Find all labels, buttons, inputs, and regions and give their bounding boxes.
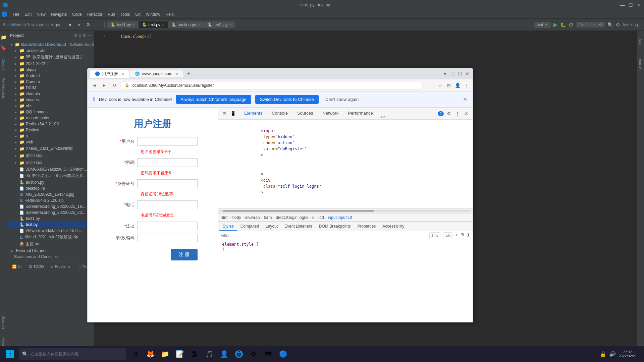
taskbar-search[interactable]: 🔍 bbox=[19, 348, 126, 360]
tree-item[interactable]: ►📁Review bbox=[7, 127, 94, 133]
breadcrumb-file[interactable]: text.py bbox=[48, 22, 60, 27]
dom-line[interactable]: ▼ <div class="zclf login logns" > bbox=[218, 165, 473, 202]
dom-line[interactable]: <input type="hidden" name="action" value… bbox=[218, 121, 473, 165]
tree-external-libraries[interactable]: ►External Libraries bbox=[7, 248, 94, 254]
maximize-button[interactable]: ☐ bbox=[628, 2, 633, 8]
tree-item[interactable]: ►📁QQ_Images bbox=[7, 109, 94, 115]
filter-input[interactable] bbox=[232, 233, 427, 238]
breadcrumb-divwrap[interactable]: div.wrap bbox=[245, 215, 260, 220]
tree-item[interactable]: 📄Screenrecording_20220625_19... bbox=[7, 203, 94, 209]
tree-item[interactable]: 📄05_数字温度计--显示当前温度并... bbox=[7, 172, 94, 179]
devtools-more-icon[interactable]: ⋮ bbox=[454, 110, 461, 117]
tree-item[interactable]: 📦备份.rar bbox=[7, 241, 94, 248]
tree-item-text-py[interactable]: 🐍text.py bbox=[7, 222, 94, 228]
menu-run[interactable]: Run bbox=[105, 11, 118, 17]
tree-item[interactable]: 📄Screenrecording_20220625_20... bbox=[7, 209, 94, 216]
new-tab-button[interactable]: + bbox=[184, 69, 193, 78]
submit-button[interactable]: 注 册 bbox=[171, 249, 198, 260]
tree-item[interactable]: ►📁Camera bbox=[7, 79, 94, 85]
dt-tab-properties[interactable]: Properties bbox=[354, 223, 379, 231]
breadcrumb-dl[interactable]: dl bbox=[312, 215, 315, 220]
view-icon[interactable]: ⊟ bbox=[445, 82, 452, 89]
editor-tab-test1b[interactable]: 🐍 test1.py ✕ bbox=[204, 21, 235, 28]
tree-item[interactable]: ►📁recordmaster bbox=[7, 115, 94, 121]
tree-item[interactable]: 🗜XMind_2021_win32破解版.zip bbox=[7, 234, 94, 241]
sidebar-commit-icon[interactable]: Commit bbox=[0, 54, 8, 74]
dom-line[interactable]: <h1 class="blue" >用户注册</h1> bbox=[218, 202, 473, 208]
menu-tools[interactable]: Tools bbox=[118, 11, 132, 17]
taskbar-media[interactable]: 🎵 bbox=[203, 347, 216, 361]
tree-item[interactable]: ►📁2021-2022-2 bbox=[7, 61, 94, 67]
scrollbar-area[interactable] bbox=[218, 208, 473, 214]
tree-item[interactable]: 🐍test1.py bbox=[7, 216, 94, 222]
username-input[interactable] bbox=[137, 137, 198, 146]
breadcrumb-divzclf[interactable]: div.zclf.login.logns bbox=[276, 215, 309, 220]
menu-help[interactable]: Help bbox=[163, 11, 176, 17]
sidebar-register-icon[interactable]: register bbox=[638, 54, 644, 74]
phone-input[interactable] bbox=[137, 200, 198, 209]
filter-layout-icon[interactable]: ⊞ bbox=[461, 232, 464, 239]
filter-hov[interactable]: :hov bbox=[429, 232, 440, 239]
breadcrumb-form[interactable]: form bbox=[264, 215, 272, 220]
devtools-inspect-icon[interactable]: ⊡ bbox=[221, 110, 228, 117]
dt-tab-dom-breakpoints[interactable]: DOM Breakpoints bbox=[316, 223, 354, 231]
tab-close-icon[interactable]: ✕ bbox=[162, 23, 164, 26]
taskbar-chrome[interactable]: 🌐 bbox=[232, 347, 246, 361]
filter-chevron-icon[interactable]: ❯ bbox=[467, 232, 470, 239]
run-config[interactable]: text ▼ bbox=[534, 22, 550, 28]
settings-button[interactable]: ⚙ bbox=[84, 21, 92, 29]
browser-restore-button[interactable]: ☐ bbox=[450, 71, 455, 76]
sidebar-structure-icon[interactable]: Structure bbox=[0, 312, 8, 333]
taskbar-maps[interactable]: 🗺 bbox=[262, 347, 275, 361]
taskbar-browser[interactable]: 🦊 bbox=[144, 347, 157, 361]
breadcrumb-html[interactable]: html bbox=[221, 215, 228, 220]
taskbar-app6[interactable]: 👤 bbox=[217, 347, 231, 361]
dt-tab-styles[interactable]: Styles bbox=[219, 223, 237, 231]
menu-view[interactable]: View bbox=[34, 11, 48, 17]
taskbar-clock[interactable]: 22:13 2022/02/21 bbox=[619, 350, 637, 358]
dt-tab-sources[interactable]: Sources bbox=[292, 108, 318, 119]
menu-git[interactable]: Git bbox=[132, 11, 143, 17]
taskbar-task-view[interactable]: ⧉ bbox=[129, 347, 142, 361]
project-hide-button[interactable]: — bbox=[88, 33, 92, 38]
minimize-tool-button[interactable]: — bbox=[94, 21, 102, 29]
profile-icon[interactable]: 👤 bbox=[454, 82, 461, 89]
dt-tab-layout[interactable]: Layout bbox=[262, 223, 281, 231]
horizontal-scrollbar[interactable] bbox=[219, 210, 471, 212]
menu-window[interactable]: Window bbox=[143, 11, 163, 17]
tree-item[interactable]: 📄desktop.ini bbox=[7, 185, 94, 191]
tab-close-icon[interactable]: ✕ bbox=[176, 72, 178, 76]
menu-edit[interactable]: Edit bbox=[22, 11, 34, 17]
tree-item[interactable]: 🖼IMG_20190920_164342.jpg bbox=[7, 191, 94, 197]
debug-button[interactable]: 🐛 bbox=[560, 22, 566, 27]
breadcrumb-project[interactable]: BaiduNetdiskDownload bbox=[3, 22, 44, 27]
more-icon[interactable]: ⋮ bbox=[463, 82, 470, 89]
editor-tab-text[interactable]: 🐍 text.py ✕ bbox=[139, 21, 167, 28]
devtools-device-icon[interactable]: 📱 bbox=[229, 110, 237, 117]
dt-tab-accessibility[interactable]: Accessibility bbox=[379, 223, 408, 231]
cast-icon[interactable]: ⬚ bbox=[428, 82, 435, 89]
taskbar-wps[interactable]: 📝 bbox=[173, 347, 186, 361]
nav-forward-button[interactable]: ≡ bbox=[75, 21, 83, 29]
dom-tree[interactable]: <input type="hidden" name="action" value… bbox=[218, 120, 473, 208]
filter-add-icon[interactable]: + bbox=[455, 232, 458, 239]
browser-maximize-button[interactable]: ☐ bbox=[457, 71, 463, 76]
dont-show-button[interactable]: Don't show again bbox=[323, 95, 361, 104]
tree-item[interactable]: ►📁images bbox=[7, 97, 94, 103]
always-match-button[interactable]: Always match Chrome's language bbox=[176, 95, 251, 104]
settings-icon[interactable]: ⚙ bbox=[616, 22, 620, 27]
sidebar-pullrequest-icon[interactable]: Pull Requests bbox=[0, 76, 8, 100]
tree-item[interactable]: ►📁后台代码 bbox=[7, 159, 94, 166]
menu-file[interactable]: File bbox=[10, 11, 22, 17]
password-input[interactable] bbox=[137, 158, 198, 167]
editor-tab-auction[interactable]: 🐍 auction.py ✕ bbox=[168, 21, 204, 28]
tree-item[interactable]: 🐍auction.py bbox=[7, 179, 94, 185]
tab-close-icon[interactable]: ✕ bbox=[121, 72, 124, 76]
tree-item[interactable]: 🗜Redis-x64-3.2.100.zip bbox=[7, 197, 94, 203]
run-button[interactable]: ▶ bbox=[553, 21, 557, 28]
todo-tab[interactable]: ☑ TODO bbox=[29, 264, 44, 269]
breadcrumb-input[interactable]: input.inputh.lf bbox=[328, 215, 352, 220]
address-input[interactable]: 🔒 localhost:8080/MyAuctionDemo1/user/reg… bbox=[120, 81, 423, 90]
project-settings-button[interactable]: ⚙ bbox=[83, 33, 86, 38]
dt-tab-elements[interactable]: Elements bbox=[239, 108, 267, 119]
